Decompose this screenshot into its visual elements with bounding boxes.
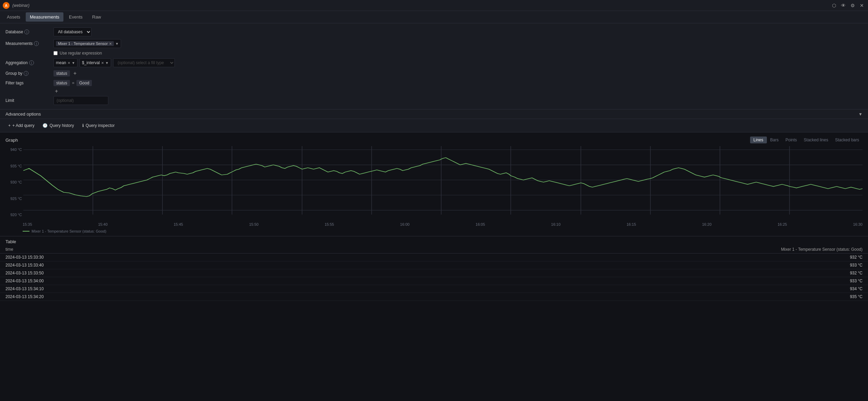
measurements-row: Measurements i Mixer 1 - Temperature Sen… [5, 38, 863, 49]
limit-input[interactable] [53, 96, 108, 105]
graph-title: Graph [5, 138, 18, 143]
agg-fill-select[interactable]: (optional) select a fill type [113, 58, 175, 67]
aggregation-controls: mean ✕ ▼ $_interval ✕ ▼ (optional) selec… [53, 58, 175, 67]
aggregation-label: Aggregation i [5, 60, 53, 65]
tab-events[interactable]: Events [65, 12, 87, 22]
aggregation-row: Aggregation i mean ✕ ▼ $_interval ✕ ▼ (o… [5, 57, 863, 69]
y-label-940: 940 °C [5, 148, 22, 152]
measurements-label: Measurements i [5, 41, 53, 46]
tab-assets[interactable]: Assets [3, 12, 24, 22]
regex-row: Use regular expression [5, 49, 863, 57]
graph-header: Graph Lines Bars Points Stacked lines St… [5, 137, 863, 143]
agg-func-select[interactable]: mean ✕ ▼ [53, 58, 77, 67]
x-label-1535: 15:35 [23, 222, 32, 226]
chart-legend: Mixer 1 - Temperature Sensor (status: Go… [5, 228, 863, 236]
table-row: 2024-03-13 15:33:50932 °C [0, 269, 868, 277]
aggregation-info-icon[interactable]: i [29, 60, 34, 65]
group-by-row: Group by i status + [5, 69, 863, 78]
limit-label: Limit [5, 98, 53, 103]
x-label-1555: 15:55 [325, 222, 334, 226]
data-table: time Mixer 1 - Temperature Sensor (statu… [0, 246, 868, 301]
legend-label: Mixer 1 - Temperature Sensor (status: Go… [32, 229, 106, 233]
x-label-1550: 15:50 [249, 222, 259, 226]
agg-interval-close[interactable]: ✕ [101, 61, 104, 65]
filter-tag-group: status = Good [53, 80, 92, 86]
filter-add-btn[interactable]: + [53, 89, 59, 94]
y-label-920: 920 °C [5, 213, 22, 217]
agg-interval-select[interactable]: $_interval ✕ ▼ [80, 58, 111, 67]
x-label-1615: 16:15 [627, 222, 636, 226]
database-select[interactable]: All databases [53, 27, 92, 36]
filter-val: Good [76, 80, 92, 86]
filter-tags-label: Filter tags [5, 81, 53, 85]
group-by-add-btn[interactable]: + [72, 71, 78, 76]
graph-section: Graph Lines Bars Points Stacked lines St… [0, 132, 868, 236]
database-info-icon[interactable]: i [24, 30, 29, 34]
x-label-1630: 16:30 [853, 222, 863, 226]
group-by-value: status [53, 70, 70, 76]
x-label-1545: 15:45 [173, 222, 183, 226]
x-label-1600: 16:00 [400, 222, 410, 226]
measurements-tag-input[interactable]: Mixer 1 - Temperature Sensor ✕ ▼ [53, 39, 121, 48]
agg-func-close[interactable]: ✕ [68, 61, 70, 65]
logo-icon: A [3, 2, 10, 9]
limit-row: Limit [5, 95, 863, 106]
table-cell-time: 2024-03-13 15:33:30 [0, 253, 301, 261]
table-row: 2024-03-13 15:34:10934 °C [0, 285, 868, 293]
table-title: Table [0, 236, 868, 246]
graph-type-lines[interactable]: Lines [750, 137, 767, 143]
filter-add-row: + [5, 88, 863, 95]
info-circle-icon: ℹ [82, 123, 84, 128]
group-by-label: Group by i [5, 71, 53, 76]
measurements-info-icon[interactable]: i [34, 41, 39, 46]
table-row: 2024-03-13 15:34:00933 °C [0, 277, 868, 285]
x-label-1625: 16:25 [777, 222, 787, 226]
table-row: 2024-03-13 15:33:30932 °C [0, 253, 868, 261]
top-bar-actions: ⬡ 👁 ⚙ ✕ [831, 1, 865, 10]
filter-tags-row: Filter tags status = Good [5, 78, 863, 88]
agg-func-arrow[interactable]: ▼ [72, 61, 75, 65]
query-inspector-button[interactable]: ℹ Query inspector [80, 122, 118, 129]
add-query-button[interactable]: + + Add query [5, 122, 37, 129]
graph-type-points[interactable]: Points [782, 137, 800, 143]
top-bar-left: A (webinar) [3, 2, 29, 9]
advanced-options-label: Advanced options [5, 111, 41, 117]
actions-row: + + Add query 🕐 Query history ℹ Query in… [0, 119, 868, 132]
database-label: Database i [5, 30, 53, 34]
graph-type-bars[interactable]: Bars [767, 137, 782, 143]
table-cell-value: 932 °C [301, 253, 868, 261]
filter-field: status [53, 80, 70, 86]
filter-op: = [72, 81, 74, 85]
y-axis-labels: 940 °C 935 °C 930 °C 925 °C 920 °C [5, 146, 22, 218]
tab-raw[interactable]: Raw [88, 12, 105, 22]
tab-measurements[interactable]: Measurements [26, 12, 63, 22]
table-cell-value: 935 °C [301, 293, 868, 301]
eye-icon-btn[interactable]: 👁 [840, 1, 847, 10]
measurements-dropdown-arrow[interactable]: ▼ [115, 42, 119, 46]
query-history-button[interactable]: 🕐 Query history [40, 122, 76, 129]
add-query-icon: + [8, 123, 11, 128]
table-section: Table time Mixer 1 - Temperature Sensor … [0, 236, 868, 301]
advanced-options-row[interactable]: Advanced options ▼ [0, 109, 868, 119]
graph-type-stacked-lines[interactable]: Stacked lines [800, 137, 832, 143]
table-row: 2024-03-13 15:33:40933 °C [0, 261, 868, 269]
y-label-930: 930 °C [5, 180, 22, 184]
measurements-tag-close[interactable]: ✕ [109, 42, 112, 46]
col-sensor-header: Mixer 1 - Temperature Sensor (status: Go… [301, 246, 868, 253]
y-label-925: 925 °C [5, 197, 22, 201]
y-label-935: 935 °C [5, 164, 22, 168]
settings-icon-btn[interactable]: ⚙ [849, 1, 856, 10]
clock-icon: 🕐 [43, 123, 48, 128]
regex-checkbox[interactable] [53, 51, 58, 55]
close-icon-btn[interactable]: ✕ [858, 1, 865, 10]
table-cell-time: 2024-03-13 15:34:00 [0, 277, 301, 285]
group-by-info-icon[interactable]: i [24, 71, 28, 76]
graph-type-buttons: Lines Bars Points Stacked lines Stacked … [750, 137, 863, 143]
graph-type-stacked-bars[interactable]: Stacked bars [832, 137, 863, 143]
chart-svg [23, 146, 863, 218]
share-icon-btn[interactable]: ⬡ [831, 1, 837, 10]
measurements-tag: Mixer 1 - Temperature Sensor ✕ [56, 41, 114, 46]
agg-interval-arrow[interactable]: ▼ [105, 61, 109, 65]
x-label-1620: 16:20 [702, 222, 712, 226]
database-row: Database i All databases [5, 26, 863, 38]
